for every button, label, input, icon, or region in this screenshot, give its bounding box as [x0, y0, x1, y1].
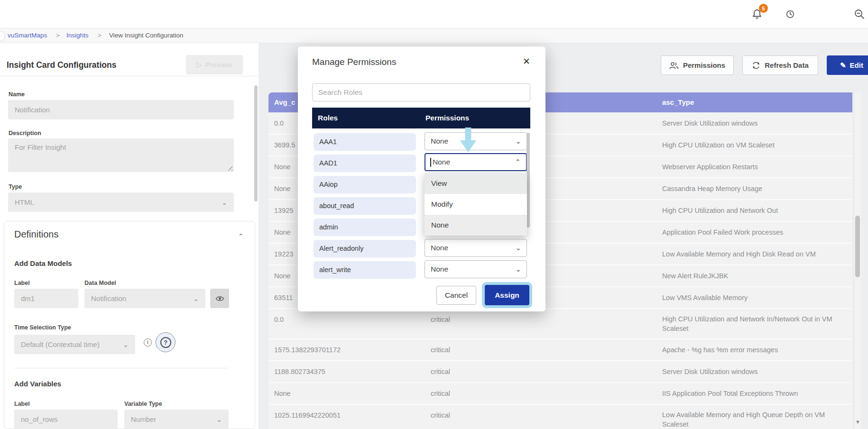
cell-asc-type: Low VMS Available Memory	[662, 287, 852, 308]
permission-select-alert-write[interactable]: None⌄	[425, 260, 527, 278]
permission-select-aaa1[interactable]: None⌄	[425, 132, 527, 150]
modal-scrollbar-thumb[interactable]	[526, 133, 530, 228]
data-model-label: Data Model	[84, 280, 116, 286]
add-data-models-heading: Add Data Models	[14, 259, 72, 267]
refresh-label: Refresh Data	[765, 61, 809, 69]
description-label: Description	[9, 130, 41, 137]
cell-avg: 1025.1169942220051	[274, 405, 341, 426]
cell-asc-type: Cassandra Heap Memory Usage	[662, 178, 852, 199]
cell-severity: critical	[431, 405, 450, 426]
permission-select-alert-readonly[interactable]: None⌄	[425, 239, 527, 257]
var-label-field: no_of_rows	[14, 410, 118, 429]
definitions-title: Definitions	[14, 229, 58, 240]
cell-asc-type: Server Disk Utilization windows	[662, 113, 852, 134]
search-roles-input[interactable]	[313, 84, 530, 101]
cell-avg: None	[274, 383, 291, 404]
breadcrumb-current: View Insight Configuration	[109, 32, 184, 39]
play-icon: ▷	[196, 61, 202, 69]
var-type-value: Number	[131, 415, 156, 423]
cell-avg: 0.0	[274, 309, 284, 330]
role-name: about_read	[314, 197, 416, 215]
chevron-down-icon: ⌄	[515, 261, 521, 278]
search-roles-box	[312, 83, 530, 101]
data-model-select: Notification ⌄	[84, 289, 205, 308]
time-selection-label: Time Selection Type	[14, 324, 71, 331]
time-selection-select: Default (Contextual time) ⌄	[14, 335, 135, 354]
cell-avg: 19223	[274, 244, 293, 265]
data-model-value: Notification	[91, 294, 126, 302]
modal-table-header: Roles Permissions	[312, 108, 530, 128]
assign-button[interactable]: Assign	[485, 285, 529, 305]
scroll-down-arrow-icon[interactable]: ▼	[855, 419, 860, 425]
chevron-down-icon: ⌄	[123, 341, 129, 348]
table-scrollbar-thumb[interactable]	[855, 216, 860, 277]
chevron-down-icon: ⌄	[515, 239, 521, 256]
role-name: AAA1	[314, 133, 416, 151]
help-button[interactable]: ?	[156, 332, 175, 352]
preview-data-model-button[interactable]	[210, 289, 229, 308]
permission-dropdown-menu: View Modify None	[425, 173, 527, 236]
cell-asc-type: Apache - %g has %m error messages	[662, 339, 852, 360]
table-row: 1025.1169942220051criticalLow Available …	[268, 405, 852, 429]
section-divider	[14, 368, 228, 368]
cell-avg: 1188.802734375	[274, 361, 325, 382]
role-name: AAiop	[314, 176, 416, 193]
type-select: HTML ⌄	[8, 192, 234, 212]
description-field: For Filter Insight	[8, 138, 234, 172]
table-row: 0.0criticalHigh CPU Utilization and Netw…	[268, 309, 852, 339]
chevron-down-icon: ⌄	[515, 133, 521, 150]
role-name: admin	[314, 219, 416, 236]
cell-asc-type: Low Available Memory and High Disk Read …	[662, 244, 852, 265]
breadcrumb-insights[interactable]: Insights	[66, 32, 89, 39]
name-field: Notification	[8, 100, 234, 119]
role-name: alert_write	[314, 261, 416, 279]
chevron-up-icon: ⌃	[515, 154, 521, 170]
cell-avg: 63511	[274, 287, 293, 308]
breadcrumb-separator: >	[56, 32, 60, 39]
collapse-chevron-icon[interactable]: ⌃	[238, 232, 244, 240]
cell-avg: 0.0	[274, 113, 284, 134]
cell-severity: critical	[431, 339, 450, 360]
permission-select-aad1-open[interactable]: None⌃	[425, 153, 527, 171]
panel-scrollbar[interactable]	[254, 85, 258, 201]
cell-asc-type: Low Available Memory and High Queue Dept…	[662, 405, 834, 429]
preview-label: Preview	[205, 61, 232, 69]
refresh-data-button[interactable]: Refresh Data	[742, 55, 818, 75]
panel-divider	[0, 76, 259, 76]
breadcrumb-vusmartmaps[interactable]: vuSmartMaps	[8, 32, 47, 39]
notification-badge: 5	[759, 4, 768, 13]
dropdown-option-modify[interactable]: Modify	[425, 194, 527, 215]
permission-value: None	[431, 158, 450, 166]
chevron-down-icon: ⌄	[222, 199, 227, 206]
dropdown-option-view[interactable]: View	[425, 173, 527, 194]
var-label-label: Label	[14, 401, 30, 407]
cell-asc-type: IIS Application Pool Total Exceptions Th…	[662, 383, 852, 404]
zoom-out-icon[interactable]	[854, 9, 865, 20]
permissions-label: Permissions	[683, 61, 725, 69]
cell-asc-type: Application Pool Failed Work processes	[662, 222, 852, 243]
chevron-down-icon: ⌄	[216, 416, 222, 423]
type-value: HTML	[15, 198, 34, 206]
question-icon: ?	[160, 337, 171, 348]
edit-button[interactable]: ✎ Edit	[827, 55, 868, 75]
cell-avg: 1575.1382293701172	[274, 339, 341, 360]
dropdown-option-none[interactable]: None	[425, 215, 527, 236]
time-selection-value: Default (Contextual time)	[21, 340, 100, 348]
close-icon[interactable]: ✕	[523, 56, 530, 67]
permissions-button[interactable]: Permissions	[661, 55, 734, 75]
refresh-icon	[752, 61, 760, 70]
text-cursor	[430, 158, 431, 167]
breadcrumb-separator: >	[98, 32, 102, 39]
eye-icon	[215, 295, 224, 302]
cell-avg: 13925	[274, 200, 293, 221]
info-icon: i	[144, 338, 152, 347]
cell-avg: None	[274, 178, 291, 199]
cell-avg: None	[274, 156, 291, 177]
cell-asc-type: High CPU Utilization and Network In/Netw…	[662, 309, 834, 333]
table-row: NonecriticalIIS Application Pool Total E…	[268, 383, 852, 405]
role-name: Alert_readonly	[314, 240, 416, 257]
cancel-button[interactable]: Cancel	[436, 286, 476, 305]
preview-button-disabled: ▷ Preview	[186, 55, 243, 74]
clock-icon	[786, 10, 794, 18]
type-label: Type	[9, 183, 22, 190]
